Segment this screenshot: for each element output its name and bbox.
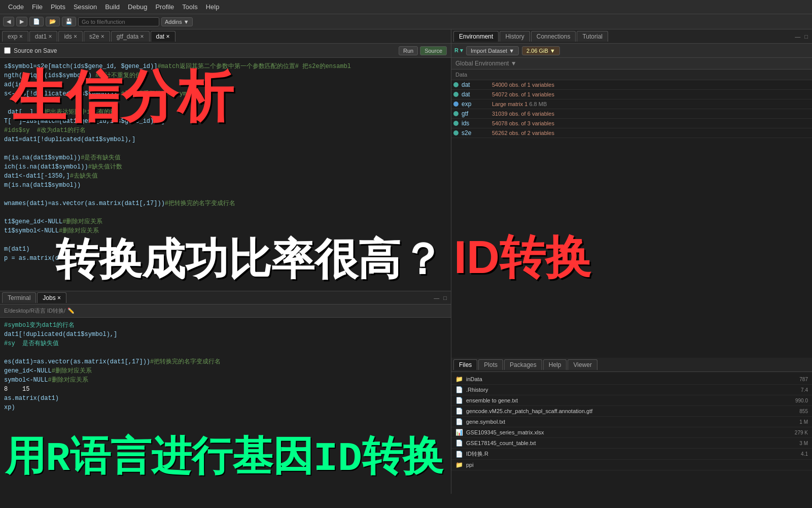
tab-exp[interactable]: exp ×: [2, 31, 28, 42]
env-dot-dat1: [453, 82, 458, 87]
console-area[interactable]: #symbol变为dat1的行名 dat1[!duplicated(dat1$s…: [0, 318, 451, 494]
menu-file[interactable]: File: [28, 2, 47, 12]
file-name-ensemble: ensemble to gene.txt: [466, 397, 788, 403]
env-name-ids: ids: [462, 120, 492, 127]
toolbar-new-file[interactable]: 📄: [29, 17, 44, 26]
file-size-gencode: 855: [788, 409, 808, 414]
menu-plots[interactable]: Plots: [47, 2, 69, 12]
env-label[interactable]: Global Environment ▼: [451, 58, 812, 70]
data-section-header: Data: [451, 70, 812, 80]
file-row-ppi[interactable]: 📁 ppi: [451, 460, 812, 470]
tab-gtf-data[interactable]: gtf_data ×: [111, 31, 150, 42]
console-path-icon[interactable]: ✏️: [67, 308, 75, 314]
tab-viewer[interactable]: Viewer: [568, 359, 597, 370]
right-minimize-btn[interactable]: —: [793, 33, 802, 40]
right-maximize-btn[interactable]: □: [802, 33, 810, 40]
import-dataset-button[interactable]: Import Dataset ▼: [466, 46, 519, 55]
file-size-rhistory: 7.4: [788, 387, 808, 393]
file-icon-id-convert: 📄: [455, 451, 463, 458]
file-row-gencode[interactable]: 📄 gencode.vM25.chr_patch_hapl_scaff.anno…: [451, 406, 812, 417]
file-size-gse109345: 279 K: [788, 430, 808, 435]
env-row-dat1[interactable]: dat 54000 obs. of 1 variables: [451, 80, 812, 90]
go-to-file-input[interactable]: [78, 17, 159, 26]
menu-tools[interactable]: Tools: [178, 2, 201, 12]
file-size-gene-symbol: 1 M: [788, 419, 808, 425]
menu-session[interactable]: Session: [69, 2, 101, 12]
editor-tabbar: exp × dat1 × ids × s2e × gtf_data × dat …: [0, 29, 451, 44]
file-row-gse178145[interactable]: 📄 GSE178145_count_table.txt 3 M: [451, 438, 812, 449]
maximize-btn[interactable]: □: [441, 295, 449, 301]
tab-files[interactable]: Files: [453, 359, 477, 370]
env-dot-gtf: [453, 111, 458, 116]
console-line-8: 8 15: [4, 385, 447, 394]
code-line-11: m(is.na(dat1$symbol))#是否有缺失值: [4, 153, 447, 162]
editor-toolbar: Source on Save Run Source: [0, 44, 451, 58]
console-line-6: gene_id<-NULL#删除对应关系: [4, 366, 447, 376]
env-row-s2e[interactable]: s2e 56262 obs. of 2 variables: [451, 128, 812, 138]
toolbar-back[interactable]: ◀: [3, 17, 14, 26]
tab-connections[interactable]: Connections: [531, 31, 576, 42]
toolbar-open[interactable]: 📂: [46, 17, 60, 26]
addins-button[interactable]: Addins ▼: [161, 17, 193, 26]
env-row-gtf[interactable]: gtf 31039 obs. of 6 variables: [451, 109, 812, 119]
main-layout: exp × dat1 × ids × s2e × gtf_data × dat …: [0, 29, 812, 494]
env-dot-dat2: [453, 92, 458, 97]
file-icon-gencode: 📄: [455, 408, 463, 415]
env-dot-s2e: [453, 130, 458, 136]
tab-ids[interactable]: ids ×: [58, 31, 83, 42]
menu-debug[interactable]: Debug: [124, 2, 151, 12]
console-line-4: [4, 348, 447, 357]
tab-jobs[interactable]: Jobs ×: [37, 292, 66, 303]
code-line-6: dat[ ] #把出表达矩阵中ids有的行: [4, 108, 447, 117]
source-button[interactable]: Source: [420, 46, 447, 55]
minimize-btn[interactable]: —: [432, 295, 441, 301]
toolbar-save[interactable]: 💾: [62, 17, 76, 26]
tab-environment[interactable]: Environment: [453, 31, 499, 42]
tab-dat1[interactable]: dat1 ×: [29, 31, 58, 42]
env-value-dat2: 54072 obs. of 1 variables: [492, 91, 810, 97]
file-row-indata[interactable]: 📁 inData 787: [451, 374, 812, 385]
file-name-rhistory: .Rhistory: [466, 387, 788, 393]
console-line-2: dat1[!duplicated(dat1$symbol),]: [4, 330, 447, 339]
editor-area[interactable]: s$symbol=s2e[match(ids$gene_id, $gene_id…: [0, 58, 451, 291]
tab-tutorial[interactable]: Tutorial: [577, 31, 608, 42]
env-name-gtf: gtf: [462, 110, 492, 117]
file-row-rhistory[interactable]: 📄 .Rhistory 7.4: [451, 385, 812, 395]
file-row-ensemble[interactable]: 📄 ensemble to gene.txt 990.0: [451, 395, 812, 406]
console-line-1: #symbol变为dat1的行名: [4, 321, 447, 330]
env-label-text: Global Environment ▼: [455, 60, 517, 67]
memory-button[interactable]: 2.06 GiB ▼: [522, 46, 560, 55]
code-line-17: [4, 208, 447, 217]
toolbar-forward[interactable]: ▶: [16, 17, 27, 26]
overlay-bottom-text: 用R语言进行基因ID转换（2）: [5, 429, 451, 484]
menu-bar: Code File Plots Session Build Debug Prof…: [0, 0, 812, 14]
menu-build[interactable]: Build: [101, 2, 124, 12]
menu-profile[interactable]: Profile: [151, 2, 178, 12]
source-on-save-checkbox[interactable]: [4, 47, 11, 54]
env-row-ids[interactable]: ids 54078 obs. of 3 variables: [451, 119, 812, 128]
file-row-gene-symbol[interactable]: 📄 gene.symbol.txt 1 M: [451, 417, 812, 427]
tab-s2e[interactable]: s2e ×: [84, 31, 110, 42]
tab-dat[interactable]: dat ×: [151, 31, 175, 42]
code-line-4: s<-ids[!duplicated(ids$symbol)] #删除不重复的i…: [4, 89, 447, 98]
left-panel: exp × dat1 × ids × s2e × gtf_data × dat …: [0, 29, 451, 494]
tab-packages[interactable]: Packages: [504, 359, 542, 370]
tab-help[interactable]: Help: [543, 359, 567, 370]
menu-help[interactable]: Help: [202, 2, 224, 12]
tab-history[interactable]: History: [500, 31, 529, 42]
file-row-id-convert[interactable]: 📄 ID转换.R 4.1: [451, 449, 812, 460]
right-toolbar: R ▾ Import Dataset ▼ 2.06 GiB ▼: [451, 44, 812, 58]
tab-terminal[interactable]: Terminal: [2, 292, 36, 303]
env-row-exp[interactable]: exp Large matrix 1 6.8 MB: [451, 99, 812, 109]
code-line-5: [4, 98, 447, 108]
file-row-gse109345[interactable]: 📊 GSE109345_series_matrix.xlsx 279 K: [451, 427, 812, 438]
console-line-7: symbol<-NULL#删除对应关系: [4, 376, 447, 385]
menu-code[interactable]: Code: [4, 2, 28, 12]
folder-icon-indata: 📁: [455, 376, 463, 383]
overlay-id-conversion: ID转换: [454, 227, 591, 289]
env-row-dat2[interactable]: dat 54072 obs. of 1 variables: [451, 90, 812, 99]
code-line-8: #ids$sy #改为dat1的行名: [4, 126, 447, 135]
run-button[interactable]: Run: [399, 46, 418, 55]
tab-plots[interactable]: Plots: [478, 359, 503, 370]
console-line-5: es(dat1)=as.vector(as.matrix(dat1[,17]))…: [4, 357, 447, 366]
